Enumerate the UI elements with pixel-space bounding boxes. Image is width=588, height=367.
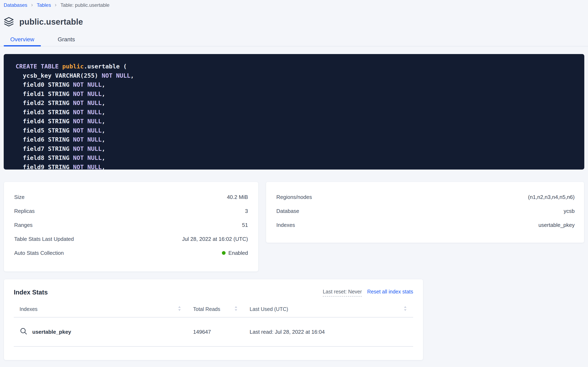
page-title: public.usertable: [19, 17, 83, 26]
index-stats-title: Index Stats: [14, 289, 48, 296]
summary-cards: Size 40.2 MiB Replicas 3 Ranges 51 Table…: [4, 182, 584, 272]
last-used-cell: Last read: Jul 28, 2022 at 16:04: [244, 317, 413, 346]
tab-bar: Overview Grants: [0, 33, 588, 46]
index-name: usertable_pkey: [32, 329, 71, 335]
stat-value: 40.2 MiB: [227, 194, 248, 200]
stat-row-auto-stats: Auto Stats Collection Enabled: [14, 246, 248, 260]
stat-label: Regions/nodes: [276, 194, 312, 200]
sort-icon[interactable]: [404, 306, 407, 313]
stat-label: Replicas: [14, 208, 35, 214]
reset-all-index-stats-link[interactable]: Reset all index stats: [367, 289, 413, 295]
sql-code-line: ycsb_key VARCHAR(255) NOT NULL,: [16, 71, 584, 80]
status-enabled-dot: [222, 251, 226, 255]
magnifier-icon: [19, 327, 28, 337]
stat-label: Database: [276, 208, 299, 214]
stat-label: Indexes: [276, 222, 295, 228]
table-location-card: Regions/nodes (n1,n2,n3,n4,n5,n6) Databa…: [266, 182, 584, 243]
sql-code-line: field2 STRING NOT NULL,: [16, 99, 584, 108]
table-stats-card: Size 40.2 MiB Replicas 3 Ranges 51 Table…: [4, 182, 258, 272]
sql-code-line: field8 STRING NOT NULL,: [16, 153, 584, 163]
stat-label: Size: [14, 194, 25, 200]
stat-label: Table Stats Last Updated: [14, 236, 74, 242]
sort-icon[interactable]: [234, 306, 238, 313]
column-label: Indexes: [19, 306, 38, 312]
column-label: Total Reads: [193, 306, 220, 312]
column-header-total-reads[interactable]: Total Reads: [187, 301, 244, 317]
sql-code: CREATE TABLE public.usertable ( ycsb_key…: [16, 62, 584, 169]
sql-code-line: field9 STRING NOT NULL,: [16, 163, 584, 170]
sql-code-line: field1 STRING NOT NULL,: [16, 89, 584, 99]
index-table-header-row: Indexes Total Reads Last Used (UTC): [14, 301, 413, 317]
stat-row-ranges: Ranges 51: [14, 218, 248, 232]
breadcrumb: Databases Tables Table: public.usertable: [0, 0, 588, 9]
layers-stack-icon: [4, 17, 14, 27]
stat-value: Jul 28, 2022 at 16:02 (UTC): [182, 236, 248, 242]
stat-value: Enabled: [222, 250, 248, 256]
tab-grants[interactable]: Grants: [51, 33, 82, 46]
tab-overview[interactable]: Overview: [4, 33, 41, 46]
sql-code-line: field6 STRING NOT NULL,: [16, 135, 584, 144]
stat-value: 3: [245, 208, 248, 214]
sql-code-line: field0 STRING NOT NULL,: [16, 80, 584, 89]
stat-value: ycsb: [564, 208, 575, 214]
stat-row-replicas: Replicas 3: [14, 204, 248, 218]
sql-code-line: field3 STRING NOT NULL,: [16, 108, 584, 117]
sql-code-line: CREATE TABLE public.usertable (: [16, 62, 584, 71]
sql-code-line: field5 STRING NOT NULL,: [16, 126, 584, 135]
column-label: Last Used (UTC): [250, 306, 288, 312]
page-header: public.usertable: [4, 15, 584, 28]
stat-row-database: Database ycsb: [276, 204, 575, 218]
chevron-right-icon: [54, 3, 58, 7]
sort-icon[interactable]: [178, 306, 181, 313]
stat-row-stats-updated: Table Stats Last Updated Jul 28, 2022 at…: [14, 232, 248, 246]
status-text: Enabled: [228, 250, 248, 256]
stat-label: Auto Stats Collection: [14, 250, 64, 256]
table-details-page: Databases Tables Table: public.usertable…: [0, 0, 588, 367]
breadcrumb-link-databases[interactable]: Databases: [4, 2, 27, 8]
stat-value: 51: [242, 222, 248, 228]
column-header-last-used[interactable]: Last Used (UTC): [244, 301, 413, 317]
index-stats-card: Index Stats Last reset: Never Reset all …: [4, 279, 423, 360]
chevron-right-icon: [30, 3, 34, 7]
breadcrumb-current: Table: public.usertable: [60, 2, 109, 8]
total-reads-cell: 149647: [187, 317, 244, 346]
column-header-indexes[interactable]: Indexes: [14, 301, 187, 317]
stat-label: Ranges: [14, 222, 33, 228]
stat-value: usertable_pkey: [538, 222, 575, 228]
stat-row-indexes: Indexes usertable_pkey: [276, 218, 575, 232]
create-table-sql-box: CREATE TABLE public.usertable ( ycsb_key…: [4, 54, 584, 169]
stat-row-regions: Regions/nodes (n1,n2,n3,n4,n5,n6): [276, 190, 575, 204]
index-name-cell[interactable]: usertable_pkey: [14, 317, 187, 346]
table-row: usertable_pkey 149647 Last read: Jul 28,…: [14, 317, 413, 347]
last-reset-label[interactable]: Last reset: Never: [323, 289, 362, 297]
index-stats-table: Indexes Total Reads Last Used (UTC): [14, 301, 413, 347]
breadcrumb-link-tables[interactable]: Tables: [37, 2, 51, 8]
stat-value: (n1,n2,n3,n4,n5,n6): [528, 194, 575, 200]
stat-row-size: Size 40.2 MiB: [14, 190, 248, 204]
index-stats-header: Index Stats Last reset: Never Reset all …: [14, 289, 413, 297]
sql-code-line: field7 STRING NOT NULL,: [16, 144, 584, 153]
sql-code-line: field4 STRING NOT NULL,: [16, 117, 584, 126]
index-reset-zone: Last reset: Never Reset all index stats: [323, 289, 413, 297]
